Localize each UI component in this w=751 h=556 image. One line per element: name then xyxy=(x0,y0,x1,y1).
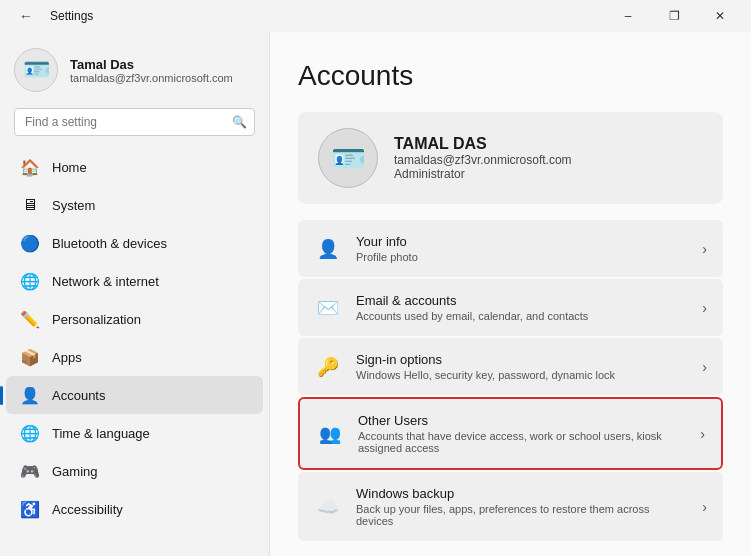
user-info: Tamal Das tamaldas@zf3vr.onmicrosoft.com xyxy=(70,57,233,84)
nav-list: 🏠 Home 🖥 System 🔵 Bluetooth & devices 🌐 … xyxy=(0,144,269,556)
settings-text-other-users: Other Users Accounts that have device ac… xyxy=(358,413,686,454)
sidebar-item-apps[interactable]: 📦 Apps xyxy=(6,338,263,376)
close-button[interactable]: ✕ xyxy=(697,0,743,32)
app-title: Settings xyxy=(50,9,93,23)
sidebar-item-time[interactable]: 🌐 Time & language xyxy=(6,414,263,452)
nav-label-accessibility: Accessibility xyxy=(52,502,123,517)
account-details: TAMAL DAS tamaldas@zf3vr.onmicrosoft.com… xyxy=(394,135,572,181)
maximize-button[interactable]: ❐ xyxy=(651,0,697,32)
nav-label-home: Home xyxy=(52,160,87,175)
settings-title-other-users: Other Users xyxy=(358,413,686,428)
nav-icon-system: 🖥 xyxy=(20,195,40,215)
account-avatar-icon: 🪪 xyxy=(331,142,366,175)
nav-label-apps: Apps xyxy=(52,350,82,365)
user-name: Tamal Das xyxy=(70,57,233,72)
settings-item-windows-backup[interactable]: ☁️ Windows backup Back up your files, ap… xyxy=(298,472,723,541)
sidebar-item-personalization[interactable]: ✏️ Personalization xyxy=(6,300,263,338)
page-title: Accounts xyxy=(298,60,723,92)
search-input[interactable] xyxy=(14,108,255,136)
sidebar-item-home[interactable]: 🏠 Home xyxy=(6,148,263,186)
account-email: tamaldas@zf3vr.onmicrosoft.com xyxy=(394,153,572,167)
settings-icon-sign-in: 🔑 xyxy=(314,353,342,381)
settings-list: 👤 Your info Profile photo › ✉️ Email & a… xyxy=(298,220,723,541)
sidebar-item-system[interactable]: 🖥 System xyxy=(6,186,263,224)
account-name: TAMAL DAS xyxy=(394,135,572,153)
settings-item-other-users[interactable]: 👥 Other Users Accounts that have device … xyxy=(298,397,723,470)
avatar-icon: 🪪 xyxy=(23,57,50,83)
sidebar-item-accounts[interactable]: 👤 Accounts xyxy=(6,376,263,414)
nav-icon-bluetooth: 🔵 xyxy=(20,233,40,253)
nav-icon-accounts: 👤 xyxy=(20,385,40,405)
avatar: 🪪 xyxy=(14,48,58,92)
settings-title-windows-backup: Windows backup xyxy=(356,486,688,501)
settings-text-your-info: Your info Profile photo xyxy=(356,234,688,263)
nav-label-network: Network & internet xyxy=(52,274,159,289)
settings-desc-your-info: Profile photo xyxy=(356,251,688,263)
settings-item-sign-in[interactable]: 🔑 Sign-in options Windows Hello, securit… xyxy=(298,338,723,395)
sidebar: 🪪 Tamal Das tamaldas@zf3vr.onmicrosoft.c… xyxy=(0,32,270,556)
sidebar-item-gaming[interactable]: 🎮 Gaming xyxy=(6,452,263,490)
nav-icon-network: 🌐 xyxy=(20,271,40,291)
settings-desc-email-accounts: Accounts used by email, calendar, and co… xyxy=(356,310,688,322)
settings-icon-email-accounts: ✉️ xyxy=(314,294,342,322)
nav-icon-personalization: ✏️ xyxy=(20,309,40,329)
nav-icon-gaming: 🎮 xyxy=(20,461,40,481)
user-profile: 🪪 Tamal Das tamaldas@zf3vr.onmicrosoft.c… xyxy=(0,32,269,104)
settings-icon-other-users: 👥 xyxy=(316,420,344,448)
nav-label-bluetooth: Bluetooth & devices xyxy=(52,236,167,251)
user-email: tamaldas@zf3vr.onmicrosoft.com xyxy=(70,72,233,84)
search-box: 🔍 xyxy=(14,108,255,136)
nav-icon-apps: 📦 xyxy=(20,347,40,367)
settings-text-windows-backup: Windows backup Back up your files, apps,… xyxy=(356,486,688,527)
sidebar-item-network[interactable]: 🌐 Network & internet xyxy=(6,262,263,300)
settings-title-email-accounts: Email & accounts xyxy=(356,293,688,308)
settings-title-sign-in: Sign-in options xyxy=(356,352,688,367)
window-controls: – ❐ ✕ xyxy=(605,0,743,32)
chevron-icon-other-users: › xyxy=(700,426,705,442)
account-avatar: 🪪 xyxy=(318,128,378,188)
main-layout: 🪪 Tamal Das tamaldas@zf3vr.onmicrosoft.c… xyxy=(0,32,751,556)
settings-text-sign-in: Sign-in options Windows Hello, security … xyxy=(356,352,688,381)
title-bar: ← Settings – ❐ ✕ xyxy=(0,0,751,32)
chevron-icon-sign-in: › xyxy=(702,359,707,375)
sidebar-item-accessibility[interactable]: ♿ Accessibility xyxy=(6,490,263,528)
nav-icon-time: 🌐 xyxy=(20,423,40,443)
nav-icon-accessibility: ♿ xyxy=(20,499,40,519)
nav-label-personalization: Personalization xyxy=(52,312,141,327)
sidebar-item-bluetooth[interactable]: 🔵 Bluetooth & devices xyxy=(6,224,263,262)
settings-icon-your-info: 👤 xyxy=(314,235,342,263)
nav-icon-home: 🏠 xyxy=(20,157,40,177)
account-role: Administrator xyxy=(394,167,572,181)
settings-title-your-info: Your info xyxy=(356,234,688,249)
nav-label-accounts: Accounts xyxy=(52,388,105,403)
settings-desc-windows-backup: Back up your files, apps, preferences to… xyxy=(356,503,688,527)
back-button[interactable]: ← xyxy=(12,2,40,30)
settings-text-email-accounts: Email & accounts Accounts used by email,… xyxy=(356,293,688,322)
nav-label-gaming: Gaming xyxy=(52,464,98,479)
chevron-icon-your-info: › xyxy=(702,241,707,257)
nav-label-system: System xyxy=(52,198,95,213)
settings-item-your-info[interactable]: 👤 Your info Profile photo › xyxy=(298,220,723,277)
settings-desc-sign-in: Windows Hello, security key, password, d… xyxy=(356,369,688,381)
minimize-button[interactable]: – xyxy=(605,0,651,32)
settings-desc-other-users: Accounts that have device access, work o… xyxy=(358,430,686,454)
chevron-icon-email-accounts: › xyxy=(702,300,707,316)
nav-label-time: Time & language xyxy=(52,426,150,441)
search-icon: 🔍 xyxy=(232,115,247,129)
chevron-icon-windows-backup: › xyxy=(702,499,707,515)
account-card: 🪪 TAMAL DAS tamaldas@zf3vr.onmicrosoft.c… xyxy=(298,112,723,204)
title-bar-left: ← Settings xyxy=(12,2,93,30)
settings-icon-windows-backup: ☁️ xyxy=(314,493,342,521)
content-area: Accounts 🪪 TAMAL DAS tamaldas@zf3vr.onmi… xyxy=(270,32,751,556)
settings-item-email-accounts[interactable]: ✉️ Email & accounts Accounts used by ema… xyxy=(298,279,723,336)
